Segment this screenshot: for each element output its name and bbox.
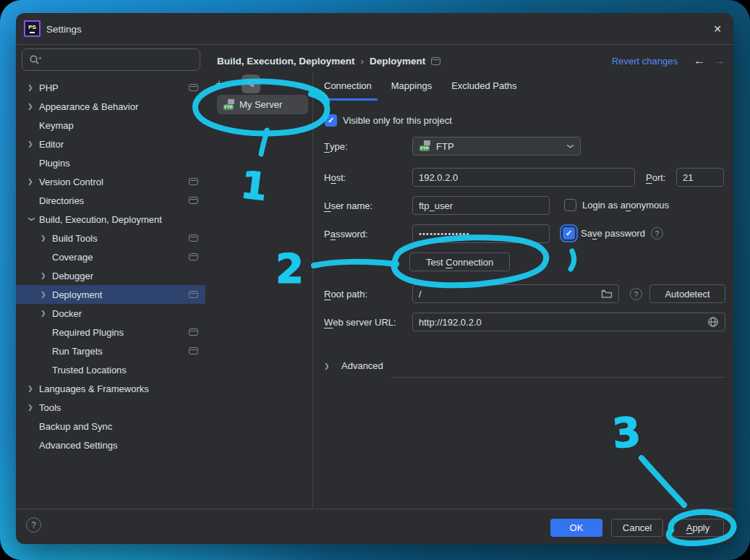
chevron-right-icon[interactable]: ❯: [27, 404, 39, 411]
project-settings-icon: [189, 197, 198, 204]
sidebar-item-label: Backup and Sync: [39, 421, 112, 432]
password-label: Password:: [324, 224, 368, 243]
server-name: My Server: [239, 99, 282, 110]
sidebar-item-label: Plugins: [39, 158, 70, 169]
back-arrow-icon[interactable]: ←: [694, 53, 705, 69]
web-url-field[interactable]: http://192.0.2.0: [412, 313, 725, 331]
host-field[interactable]: 192.0.2.0: [412, 168, 635, 187]
sidebar-item-docker[interactable]: ❯Docker: [16, 304, 205, 323]
sidebar-item-editor[interactable]: ❯Editor: [16, 135, 205, 153]
settings-tree: ❯PHP❯Appearance & BehaviorKeymap❯EditorP…: [16, 78, 205, 454]
sidebar-item-debugger[interactable]: ❯Debugger: [16, 266, 205, 285]
sidebar-item-tools[interactable]: ❯Tools: [16, 398, 205, 417]
sidebar-item-required-plugins[interactable]: Required Plugins: [16, 323, 205, 341]
visible-only-checkbox[interactable]: ✓: [325, 114, 337, 127]
sidebar-item-label: Run Targets: [52, 346, 103, 357]
advanced-label: Advanced: [341, 360, 383, 371]
root-path-label: Root path:: [324, 284, 367, 303]
sidebar-item-trusted-locations[interactable]: Trusted Locations: [16, 360, 205, 379]
advanced-section-toggle[interactable]: ❯ Advanced: [324, 360, 383, 371]
sidebar-item-plugins[interactable]: Plugins: [16, 153, 205, 172]
chevron-right-icon[interactable]: ❯: [41, 291, 52, 298]
sidebar-item-label: Appearance & Behavior: [39, 101, 138, 112]
type-dropdown[interactable]: FTP FTP ❯: [412, 137, 581, 156]
test-connection-button[interactable]: Test Connection: [409, 253, 510, 271]
sidebar-item-version-control[interactable]: ❯Version Control: [16, 172, 205, 191]
apply-button[interactable]: Apply: [672, 519, 724, 537]
sidebar-item-label: Coverage: [52, 252, 93, 263]
help-icon[interactable]: ?: [630, 288, 642, 300]
password-field[interactable]: ••••••••••••••: [412, 224, 550, 243]
sidebar-item-label: Debugger: [52, 271, 93, 281]
sidebar-item-build-tools[interactable]: ❯Build Tools: [16, 229, 205, 247]
port-field[interactable]: 21: [676, 168, 724, 187]
save-password-row: ✓ Save password ?: [563, 227, 663, 239]
edit-server-button[interactable]: ✎: [242, 75, 260, 93]
sidebar-item-label: Required Plugins: [52, 327, 124, 338]
folder-browse-icon[interactable]: [601, 289, 613, 299]
chevron-right-icon: ❯: [324, 362, 336, 370]
phpstorm-logo-icon: PS: [24, 20, 41, 37]
project-settings-icon: [189, 253, 198, 260]
tab-excluded-paths[interactable]: Excluded Paths: [451, 80, 516, 101]
search-icon: [29, 54, 43, 66]
sidebar-item-run-targets[interactable]: Run Targets: [16, 341, 205, 360]
breadcrumb-segment[interactable]: Build, Execution, Deployment: [217, 56, 355, 67]
sidebar-item-backup-and-sync[interactable]: Backup and Sync: [16, 417, 205, 436]
save-password-checkbox[interactable]: ✓: [563, 227, 575, 239]
add-server-button[interactable]: +: [211, 75, 227, 93]
chevron-right-icon[interactable]: ❯: [41, 234, 52, 242]
autodetect-button[interactable]: Autodetect: [649, 284, 725, 303]
type-label: Type:: [324, 137, 348, 156]
revert-changes-link[interactable]: Revert changes: [612, 53, 678, 69]
logo-text: PS: [28, 25, 36, 30]
desktop-background: PS Settings ✕ ❯PHP❯Appearance & Behavior…: [0, 0, 750, 560]
chevron-down-icon: ❯: [567, 143, 574, 149]
ok-button[interactable]: OK: [550, 519, 602, 537]
port-label: Port:: [646, 168, 665, 187]
sidebar-item-label: Build Tools: [52, 233, 98, 244]
sidebar-item-label: Docker: [52, 308, 82, 319]
sidebar-item-directories[interactable]: Directories: [16, 191, 205, 210]
project-settings-icon: [431, 57, 440, 65]
remove-server-button[interactable]: −: [227, 75, 243, 93]
chevron-right-icon[interactable]: ❯: [27, 178, 39, 185]
sidebar-item-label: PHP: [39, 82, 59, 93]
root-path-field[interactable]: /: [412, 284, 619, 303]
chevron-right-icon[interactable]: ❯: [27, 84, 39, 91]
chevron-down-icon[interactable]: ❯: [28, 216, 35, 228]
settings-dialog: PS Settings ✕ ❯PHP❯Appearance & Behavior…: [16, 13, 733, 544]
save-password-label: Save password: [581, 228, 645, 239]
chevron-right-icon[interactable]: ❯: [27, 103, 39, 110]
sidebar-item-keymap[interactable]: Keymap: [16, 116, 205, 135]
sidebar-item-php[interactable]: ❯PHP: [16, 78, 205, 97]
ftp-server-icon: FTP: [223, 99, 235, 111]
help-icon[interactable]: ?: [651, 227, 663, 239]
chevron-right-icon[interactable]: ❯: [27, 140, 39, 148]
tab-mappings[interactable]: Mappings: [391, 80, 432, 101]
username-field[interactable]: ftp_user: [412, 196, 550, 215]
sidebar-item-appearance-behavior[interactable]: ❯Appearance & Behavior: [16, 97, 205, 116]
close-icon[interactable]: ✕: [710, 22, 725, 36]
section-divider: [392, 377, 725, 378]
search-input[interactable]: [22, 48, 200, 71]
panel-divider: [312, 72, 313, 509]
sidebar-item-build-execution-deployment[interactable]: ❯Build, Execution, Deployment: [16, 210, 205, 229]
forward-arrow-icon: →: [714, 53, 725, 69]
sidebar-item-label: Version Control: [39, 177, 103, 187]
sidebar-item-coverage[interactable]: Coverage: [16, 247, 205, 266]
server-list-item[interactable]: FTP My Server: [217, 95, 308, 114]
chevron-right-icon[interactable]: ❯: [41, 310, 52, 317]
sidebar-item-languages-frameworks[interactable]: ❯Languages & Frameworks: [16, 379, 205, 398]
sidebar-item-advanced-settings[interactable]: Advanced Settings: [16, 436, 205, 454]
sidebar-item-deployment[interactable]: ❯Deployment: [16, 285, 205, 304]
anonymous-checkbox[interactable]: [564, 199, 576, 211]
chevron-right-icon[interactable]: ❯: [41, 272, 52, 279]
chevron-right-icon[interactable]: ❯: [27, 385, 39, 392]
breadcrumb: Build, Execution, Deployment › Deploymen…: [217, 53, 440, 69]
breadcrumb-segment[interactable]: Deployment: [370, 56, 425, 67]
help-icon[interactable]: ?: [26, 517, 41, 533]
cancel-button[interactable]: Cancel: [611, 519, 663, 537]
sidebar-item-label: Keymap: [39, 120, 74, 131]
project-settings-icon: [189, 234, 198, 242]
